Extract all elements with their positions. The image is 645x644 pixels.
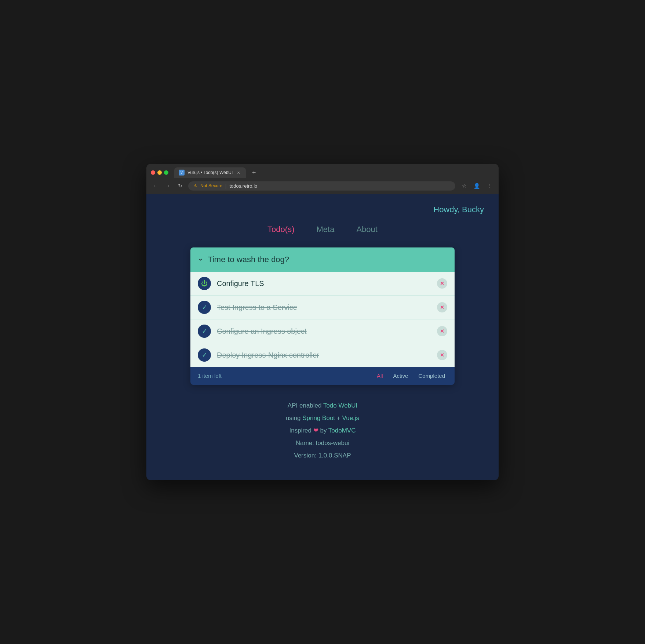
heart-icon: ❤ <box>313 427 318 434</box>
forward-button[interactable]: → <box>163 181 172 190</box>
footer-line-1: API enabled Todo WebUI <box>161 399 484 412</box>
todo-input-area: › <box>190 247 455 272</box>
todo-checkbox-3[interactable]: ✓ <box>198 325 211 338</box>
browser-chrome: V Vue.js • Todo(s) WebUI ✕ + ← → ↻ ⚠ Not… <box>146 164 499 194</box>
footer-line-2: using Spring Boot + Vue.js <box>161 412 484 424</box>
items-left-count: 1 item left <box>198 373 366 379</box>
traffic-lights <box>151 170 168 175</box>
footer-by-text: by <box>320 427 328 434</box>
refresh-button[interactable]: ↻ <box>176 181 185 190</box>
todo-delete-4[interactable]: ✕ <box>437 350 447 360</box>
todo-delete-1[interactable]: ✕ <box>437 278 447 289</box>
table-row: ✓ Deploy Ingress-Nginx controller ✕ <box>190 343 455 367</box>
footer-vuejs-link[interactable]: Vue.js <box>342 415 359 422</box>
minimize-traffic-light[interactable] <box>157 170 162 175</box>
browser-tab[interactable]: V Vue.js • Todo(s) WebUI ✕ <box>174 167 246 178</box>
footer-inspired-prefix: Inspired <box>289 427 313 434</box>
todo-delete-3[interactable]: ✕ <box>437 326 447 336</box>
todo-delete-2[interactable]: ✕ <box>437 302 447 312</box>
tab-meta[interactable]: Meta <box>316 223 334 236</box>
footer-line-3: Inspired ❤ by TodoMVC <box>161 424 484 437</box>
footer-todomvc-link[interactable]: TodoMVC <box>328 427 356 434</box>
footer-line-4: Name: todos-webui <box>161 437 484 449</box>
tab-todos[interactable]: Todo(s) <box>267 223 294 236</box>
footer-todo-webui-link[interactable]: Todo WebUI <box>323 402 357 409</box>
tab-close-button[interactable]: ✕ <box>236 170 241 176</box>
bookmark-icon[interactable]: ☆ <box>459 181 469 191</box>
todo-text-1: Configure TLS <box>217 279 431 288</box>
todo-text-4: Deploy Ingress-Nginx controller <box>217 351 431 359</box>
todo-input[interactable] <box>208 255 446 264</box>
profile-icon[interactable]: 👤 <box>471 181 482 191</box>
todo-container: › ⏻ Configure TLS ✕ ✓ Te <box>190 247 455 385</box>
table-row: ⏻ Configure TLS ✕ <box>190 272 455 296</box>
maximize-traffic-light[interactable] <box>164 170 168 175</box>
browser-window: V Vue.js • Todo(s) WebUI ✕ + ← → ↻ ⚠ Not… <box>146 164 499 480</box>
filter-active-button[interactable]: Active <box>391 372 411 380</box>
filter-buttons: All Active Completed <box>375 372 447 380</box>
nav-tabs: Todo(s) Meta About <box>161 223 484 236</box>
todo-text-3: Configure an Ingress object <box>217 327 431 336</box>
back-button[interactable]: ← <box>151 181 160 190</box>
power-icon: ⏻ <box>201 280 208 287</box>
footer-spring-boot-link[interactable]: Spring Boot <box>302 415 335 422</box>
todo-footer: 1 item left All Active Completed <box>190 367 455 385</box>
url-bar[interactable]: ⚠ Not Secure | todos.retro.io <box>188 181 455 191</box>
tab-title: Vue.js • Todo(s) WebUI <box>187 170 233 175</box>
tab-about[interactable]: About <box>356 223 378 236</box>
todo-text-2: Test Ingress to a Service <box>217 303 431 312</box>
check-icon: ✓ <box>202 303 207 311</box>
filter-completed-button[interactable]: Completed <box>416 372 447 380</box>
table-row: ✓ Test Ingress to a Service ✕ <box>190 296 455 319</box>
table-row: ✓ Configure an Ingress object ✕ <box>190 319 455 343</box>
greeting-text: Howdy, Bucky <box>161 205 484 214</box>
security-warning-text: Not Secure <box>200 183 222 188</box>
filter-all-button[interactable]: All <box>375 372 385 380</box>
tab-bar: V Vue.js • Todo(s) WebUI ✕ + <box>146 164 499 178</box>
page-footer: API enabled Todo WebUI using Spring Boot… <box>161 399 484 462</box>
new-tab-button[interactable]: + <box>249 167 259 178</box>
url-text[interactable]: todos.retro.io <box>229 183 257 189</box>
todo-checkbox-1[interactable]: ⏻ <box>198 277 211 290</box>
more-icon[interactable]: ⋮ <box>484 181 494 191</box>
security-warning-icon: ⚠ <box>193 183 197 188</box>
browser-actions: ☆ 👤 ⋮ <box>459 181 494 191</box>
tab-favicon: V <box>179 170 185 176</box>
todo-checkbox-2[interactable]: ✓ <box>198 301 211 314</box>
footer-line-5: Version: 1.0.0.SNAP <box>161 449 484 462</box>
url-separator: | <box>225 183 226 189</box>
close-traffic-light[interactable] <box>151 170 155 175</box>
footer-using-prefix: using <box>286 415 302 422</box>
check-icon: ✓ <box>202 351 207 359</box>
collapse-button[interactable]: › <box>196 258 205 261</box>
todo-checkbox-4[interactable]: ✓ <box>198 348 211 362</box>
todo-list: ⏻ Configure TLS ✕ ✓ Test Ingress to a Se… <box>190 272 455 367</box>
address-bar: ← → ↻ ⚠ Not Secure | todos.retro.io ☆ 👤 … <box>146 178 499 194</box>
footer-connector: + <box>337 415 342 422</box>
page-content: Howdy, Bucky Todo(s) Meta About › ⏻ Con <box>146 194 499 480</box>
footer-api-prefix: API enabled <box>288 402 323 409</box>
check-icon: ✓ <box>202 327 207 335</box>
